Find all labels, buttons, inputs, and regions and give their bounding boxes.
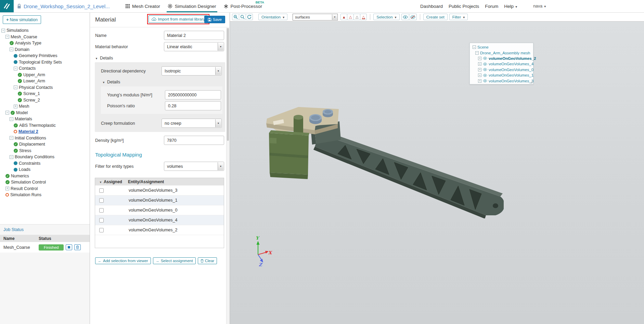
viewer-canvas[interactable]: Y X Z Scene Drone_Arm_Assembly mesh volu… [230, 22, 644, 324]
tree-item-loads[interactable]: Loads [0, 166, 90, 173]
tree-item-mesh[interactable]: Mesh [0, 103, 90, 110]
nav-forum[interactable]: Forum [485, 4, 498, 9]
poisson-ratio-input[interactable] [165, 101, 221, 110]
scene-volume-row[interactable]: volumeOnGeoVolumes_4 [470, 61, 533, 67]
tree-item-abs-thermoplastic[interactable]: ABS Thermoplastic [0, 122, 90, 129]
project-title[interactable]: Drone_Workshop_Session_2_Level... [24, 3, 110, 9]
scene-volume-row[interactable]: volumeOnGeoVolumes_2 [470, 56, 533, 61]
select-value: no creep [165, 121, 181, 126]
tree-item-geometry-primitives[interactable]: Geometry Primitives [0, 53, 90, 59]
mesh-quality-filled-button[interactable] [340, 14, 347, 20]
assignment-checkbox[interactable] [99, 208, 104, 213]
drone-arm-model[interactable] [264, 102, 504, 218]
assignment-checkbox[interactable] [99, 228, 104, 232]
tree-item-analysis-type[interactable]: Analysis Type [0, 40, 90, 46]
tree-item-material-2[interactable]: Material 2 [0, 129, 90, 135]
tree-item-screw-1[interactable]: Screw_1 [0, 91, 90, 97]
scene-volume-row[interactable]: volumeOnGeoVolumes_1 [470, 72, 533, 78]
tree-item-contacts[interactable]: Contacts [0, 65, 90, 72]
tree-item-displacement[interactable]: Displacement [0, 141, 90, 148]
select-assignment-button[interactable]: Select assignment [153, 257, 196, 264]
assignment-checkbox[interactable] [99, 218, 104, 222]
nav-public-projects[interactable]: Public Projects [449, 4, 479, 9]
tree-item-screw-2[interactable]: Screw_2 [0, 97, 90, 104]
user-menu[interactable]: nava [533, 4, 546, 9]
eye-icon[interactable] [483, 79, 487, 82]
import-material-library-button[interactable]: Import from material library [149, 15, 208, 23]
delete-job-button[interactable] [74, 244, 81, 250]
eye-icon[interactable] [483, 63, 487, 66]
orientation-dropdown[interactable]: Orientation [258, 14, 287, 20]
job-status-badge: Finished [39, 244, 64, 251]
entity-name: volumeOnGeoVolumes_3 [129, 188, 177, 193]
mesh-quality-flag-button[interactable] [360, 14, 367, 20]
tab-simulation-designer[interactable]: Simulation Designer [168, 0, 216, 12]
details-toggle[interactable]: Details [90, 56, 229, 60]
tree-item-simulation-runs[interactable]: Simulation Runs [0, 192, 90, 198]
scene-volume-row[interactable]: volumeOnGeoVolumes_3 [470, 78, 533, 83]
eye-icon[interactable] [483, 74, 487, 77]
tree-item-mesh-coarse[interactable]: Mesh_Coarse [0, 34, 90, 40]
tree-item-numerics[interactable]: Numerics [0, 173, 90, 179]
tree-item-topological-entity-sets[interactable]: Topological Entity Sets [0, 59, 90, 66]
render-mode-select[interactable]: surfaces [293, 14, 338, 21]
tree-item-model[interactable]: Model [0, 110, 90, 116]
eye-icon[interactable] [483, 68, 487, 71]
scene-volume-row[interactable]: volumeOnGeoVolumes_0 [470, 67, 533, 72]
tree-item-materials[interactable]: Materials [0, 116, 90, 122]
mesh-quality-outline-button[interactable] [347, 14, 354, 20]
show-selected-button[interactable] [401, 14, 409, 20]
density-input[interactable] [164, 136, 224, 145]
trash-icon [201, 259, 204, 263]
clear-button[interactable]: Clear [198, 257, 217, 264]
directional-dependency-select[interactable]: Isotropic [162, 66, 222, 76]
zoom-in-button[interactable] [232, 14, 239, 20]
material-behavior-select[interactable]: Linear elastic [164, 42, 224, 51]
tree-item-stress[interactable]: Stress [0, 148, 90, 154]
tree-item-result-control[interactable]: Result Control [0, 186, 90, 192]
tree-item-simulation-control[interactable]: Simulation Control [0, 179, 90, 186]
filter-dropdown[interactable]: Filter [449, 14, 468, 20]
logo-icon [3, 2, 11, 10]
scene-tree-panel[interactable]: Scene Drone_Arm_Assembly mesh volumeOnGe… [469, 43, 533, 84]
tree-item-physical-contacts[interactable]: Physical Contacts [0, 84, 90, 91]
app-logo[interactable] [0, 0, 14, 12]
scene-mesh-row[interactable]: Drone_Arm_Assembly mesh [470, 50, 533, 55]
tree-item-upper-arm[interactable]: Upper_Arm [0, 72, 90, 78]
zoom-extents-button[interactable] [239, 14, 246, 20]
youngs-modulus-input[interactable] [165, 90, 221, 99]
eye-icon[interactable] [483, 57, 487, 60]
tree-item-lower-arm[interactable]: Lower_Arm [0, 78, 90, 84]
selection-dropdown[interactable]: Selection [373, 14, 399, 20]
button-label: Create set [426, 15, 445, 19]
name-input[interactable] [164, 31, 224, 40]
assignment-checkbox[interactable] [99, 188, 104, 193]
tree-item-domain[interactable]: Domain [0, 46, 90, 53]
help-menu[interactable]: Help [504, 4, 517, 9]
tab-post-processor[interactable]: Post-Processor BETA [224, 0, 262, 12]
panel-scrollbar[interactable] [226, 28, 229, 324]
tree-item-initial-conditions[interactable]: Initial Conditions [0, 135, 90, 141]
creep-formulation-select[interactable]: no creep [162, 119, 222, 128]
collapse-icon [475, 51, 479, 55]
details2-toggle[interactable]: Details [98, 80, 222, 84]
tab-mesh-creator[interactable]: Mesh Creator [126, 0, 160, 12]
assignment-table-header[interactable]: Assigned Entity/Assignment [95, 178, 224, 185]
mesh-quality-dark-button[interactable] [353, 14, 360, 20]
nav-dashboard[interactable]: Dashboard [420, 4, 443, 9]
entity-type-filter-select[interactable]: volumes [164, 162, 224, 171]
hide-selected-button[interactable] [409, 14, 417, 20]
scene-root-row[interactable]: Scene [470, 44, 533, 50]
stop-job-button[interactable] [66, 244, 72, 250]
reset-view-button[interactable] [246, 14, 253, 20]
assignment-checkbox[interactable] [99, 198, 104, 203]
save-button[interactable]: Save [204, 16, 225, 23]
add-selection-button[interactable]: Add selection from viewer [95, 257, 151, 264]
scrollbar-thumb[interactable] [227, 28, 229, 141]
new-simulation-button[interactable]: New simulation [3, 15, 41, 24]
tree-item-boundary-conditions[interactable]: Boundary Conditions [0, 154, 90, 160]
tree-item-simulations[interactable]: Simulations [0, 27, 90, 34]
behavior-label: Material behavior [95, 44, 128, 49]
create-set-button[interactable]: Create set [423, 14, 448, 20]
tree-item-constraints[interactable]: Constraints [0, 160, 90, 167]
